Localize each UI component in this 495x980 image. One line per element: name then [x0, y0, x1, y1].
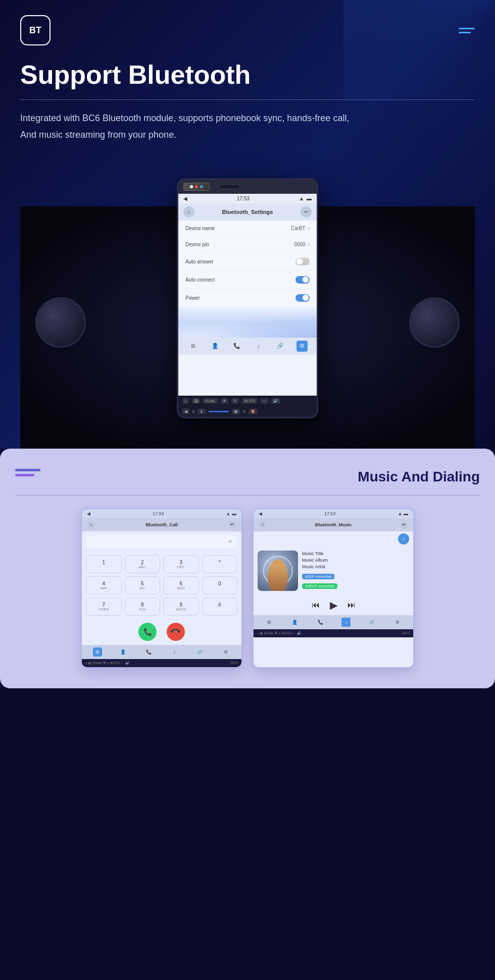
dial-home-btn[interactable]: ⌂ — [87, 521, 95, 529]
key-1[interactable]: 1 — [86, 555, 122, 573]
music-back-arrow[interactable]: ◀ — [259, 511, 262, 516]
dial-back-btn[interactable]: ↩ — [228, 521, 236, 529]
dial-screen-title: Bluetooth_Call — [145, 522, 178, 527]
back-arrow[interactable]: ◀ — [183, 196, 187, 201]
arrows-sys-btn[interactable]: ↔ — [260, 398, 268, 404]
play-pause-btn[interactable]: ▶ — [330, 599, 337, 611]
music-back-btn[interactable]: ↩ — [400, 521, 408, 529]
key-5[interactable]: 5JKL — [125, 576, 161, 594]
music-nav-grid[interactable]: ⊞ — [265, 618, 274, 627]
key-4[interactable]: 4GHI — [86, 576, 122, 594]
answer-call-btn[interactable]: 📞 — [138, 623, 157, 641]
settings-value-device-pin: 0000 › — [294, 242, 310, 247]
music-screen-title: Bluetooth_Music — [315, 522, 352, 527]
top-section: BT Support Bluetooth Integrated with BC6… — [0, 0, 495, 449]
dot-blue — [200, 185, 203, 188]
dual-screens: ◀ 17:53 ▲ ▬ ⌂ Bluetooth_Call ↩ ✕ 1 2ABC … — [15, 508, 480, 668]
music-note-btn[interactable]: ♪ — [398, 533, 409, 545]
settings-label-power: Power — [185, 295, 200, 301]
dial-nav-phone[interactable]: 📞 — [144, 647, 154, 657]
music-sys-home: ⌂ ⏻ DUAL ❄ ↻ AUTO ↔ 🔊 — [257, 631, 302, 635]
nav-user-icon[interactable]: 👤 — [210, 341, 221, 352]
dual-sys-btn: DUAL — [203, 398, 218, 404]
music-device: ◀ 17:53 ▲ ▬ ⌂ Bluetooth_Music ↩ ♪ — [253, 508, 414, 668]
device-top-bar — [178, 180, 317, 194]
section-divider — [15, 495, 480, 496]
music-bottom-nav: ⊞ 👤 📞 ♪ 🔗 ⚙ — [254, 615, 413, 629]
nav-link-icon[interactable]: 🔗 — [275, 341, 286, 352]
auto-sys-btn[interactable]: AUTO — [242, 398, 257, 404]
key-star[interactable]: * — [202, 555, 238, 573]
settings-label-device-pin: Device pin — [185, 242, 209, 247]
key-8[interactable]: 8TUV — [125, 597, 161, 616]
dial-actions: 📞 📞 — [82, 619, 241, 645]
dot-white — [190, 185, 193, 188]
settings-row-power[interactable]: Power — [178, 289, 317, 307]
dial-back-arrow[interactable]: ◀ — [87, 511, 90, 516]
device-top-btn2[interactable] — [219, 184, 240, 189]
key-2[interactable]: 2ABC — [125, 555, 161, 573]
home-sys-btn[interactable]: ⌂ — [182, 398, 189, 404]
key-3[interactable]: 3DEF — [163, 555, 199, 573]
dial-nav-settings[interactable]: ⚙ — [221, 647, 230, 657]
music-sys-temp: 24°C — [402, 631, 410, 635]
nav-music-icon[interactable]: ♪ — [253, 341, 264, 352]
music-nav-link[interactable]: 🔗 — [367, 618, 376, 627]
zero-label-2: 0 — [243, 409, 245, 414]
prev-track-btn[interactable]: ⏮ — [312, 601, 320, 610]
back-sys-btn[interactable]: ◀ — [182, 409, 189, 414]
seat-btn[interactable]: ▣ — [232, 409, 240, 414]
next-track-btn[interactable]: ⏭ — [348, 601, 356, 610]
key-9[interactable]: 9WXYZ — [163, 597, 199, 616]
device-pin-value: 0000 — [294, 242, 305, 247]
settings-row-device-name[interactable]: Device name CarBT › — [178, 221, 317, 237]
vol-sys-btn[interactable]: 🔊 — [271, 398, 280, 404]
auto-connect-toggle[interactable] — [295, 276, 310, 284]
dial-nav-grid[interactable]: ⊞ — [93, 647, 102, 657]
settings-label-device-name: Device name — [185, 226, 215, 231]
settings-row-auto-answer[interactable]: Auto answer — [178, 253, 317, 271]
temp-sys-btn[interactable]: 🌡 — [197, 409, 206, 414]
device-bottom-nav: ⊞ 👤 📞 ♪ 🔗 ⚙ — [178, 338, 317, 355]
music-home-btn[interactable]: ⌂ — [259, 521, 267, 529]
subtitle: Integrated with BC6 Bluetooth module, su… — [20, 110, 475, 143]
music-wifi-icon: ▲ ▬ — [398, 511, 408, 516]
nav-grid-icon[interactable]: ⊞ — [188, 341, 199, 352]
car-right-knob — [409, 297, 460, 348]
key-0[interactable]: 0 — [202, 576, 238, 594]
chevron-icon-2: › — [308, 242, 310, 247]
dial-clear-btn[interactable]: ✕ — [228, 539, 232, 544]
music-nav-user[interactable]: 👤 — [290, 618, 300, 627]
dial-nav-music[interactable]: ♪ — [170, 647, 179, 657]
settings-row-device-pin[interactable]: Device pin 0000 › — [178, 237, 317, 253]
dial-nav-link[interactable]: 🔗 — [195, 647, 205, 657]
music-nav-music[interactable]: ♪ — [341, 618, 351, 627]
music-nav-phone[interactable]: 📞 — [316, 618, 325, 627]
music-note-row: ♪ — [254, 531, 413, 547]
home-btn[interactable]: ⌂ — [183, 206, 194, 217]
recycle-sys-btn[interactable]: ↻ — [231, 398, 239, 404]
settings-row-auto-connect[interactable]: Auto connect — [178, 271, 317, 289]
music-nav-settings[interactable]: ⚙ — [393, 618, 402, 627]
screen-status-bar: ◀ 17:53 ▲ ▬ — [178, 194, 317, 203]
device-frame: ◀ 17:53 ▲ ▬ ⌂ Bluetooth_Settings ↩ — [177, 178, 318, 418]
music-controls: ⏮ ▶ ⏭ — [254, 595, 413, 615]
power-toggle[interactable] — [295, 294, 310, 302]
auto-answer-toggle[interactable] — [295, 258, 310, 265]
nav-settings-icon[interactable]: ⚙ — [296, 341, 308, 352]
dial-search-bar[interactable]: ✕ — [86, 535, 237, 548]
device-top-btn1[interactable] — [183, 183, 210, 191]
end-call-btn[interactable]: 📞 — [163, 619, 189, 645]
dial-nav-user[interactable]: 👤 — [119, 647, 128, 657]
nav-phone-icon[interactable]: 📞 — [231, 341, 242, 352]
mute-btn[interactable]: 🔇 — [249, 409, 258, 414]
dial-sys-temp: 24°C — [230, 661, 238, 665]
fan-sys-btn[interactable]: ❄ — [221, 398, 228, 404]
key-7[interactable]: 7PORS — [86, 597, 122, 616]
power-sys-btn[interactable]: ⏻ — [192, 398, 200, 404]
dial-status-bar: ◀ 17:53 ▲ ▬ — [82, 509, 241, 518]
key-6[interactable]: 6MNO — [163, 576, 199, 594]
key-hash[interactable]: # — [202, 597, 238, 616]
screen-wave — [178, 307, 317, 338]
back-btn[interactable]: ↩ — [301, 206, 312, 217]
